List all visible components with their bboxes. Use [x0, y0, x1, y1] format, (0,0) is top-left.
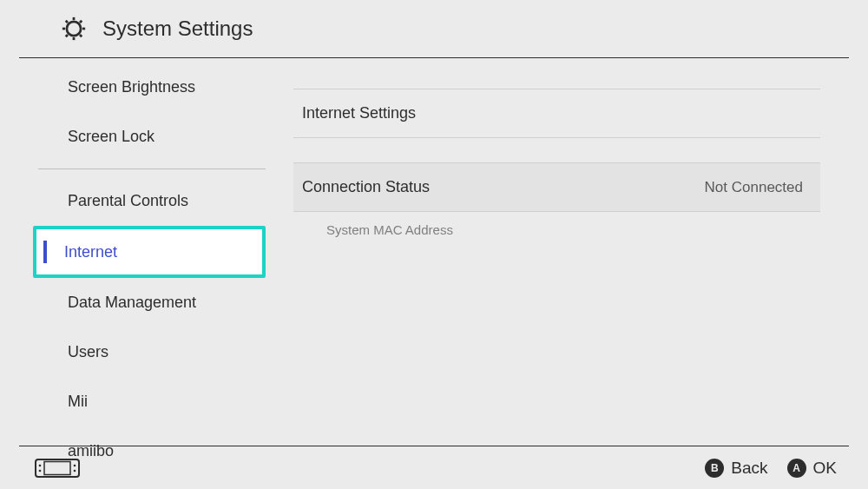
sidebar-item-screen-brightness[interactable]: Screen Brightness — [36, 63, 285, 112]
connection-status-value: Not Connected — [705, 179, 803, 196]
header: System Settings — [19, 0, 849, 58]
page-title: System Settings — [102, 17, 253, 41]
sidebar-item-parental-controls[interactable]: Parental Controls — [36, 176, 285, 226]
svg-point-14 — [74, 469, 76, 472]
sidebar-item-screen-lock[interactable]: Screen Lock — [36, 112, 285, 162]
a-button-icon: A — [787, 459, 806, 478]
sidebar-item-label: Users — [68, 343, 108, 361]
sidebar-divider — [38, 169, 266, 169]
ok-button[interactable]: A OK — [787, 459, 837, 478]
footer-right: B Back A OK — [705, 459, 849, 478]
svg-line-7 — [66, 35, 68, 36]
sidebar-item-label: Parental Controls — [68, 192, 188, 210]
connection-status-row[interactable]: Connection Status Not Connected — [293, 162, 820, 212]
svg-point-12 — [39, 469, 42, 472]
svg-rect-10 — [44, 461, 70, 474]
svg-line-6 — [80, 35, 82, 36]
sidebar-item-mii[interactable]: Mii — [36, 377, 285, 426]
ok-label: OK — [813, 459, 837, 478]
sidebar-item-label: Internet — [64, 243, 117, 261]
svg-line-8 — [80, 21, 82, 23]
footer: B Back A OK — [19, 446, 849, 489]
gear-icon — [61, 16, 87, 42]
content-area: Screen Brightness Screen Lock Parental C… — [0, 58, 868, 440]
internet-settings-row[interactable]: Internet Settings — [293, 89, 820, 138]
svg-line-5 — [66, 21, 68, 23]
footer-left — [19, 459, 80, 478]
console-icon — [35, 459, 80, 478]
sidebar-item-label: Mii — [68, 393, 88, 411]
back-label: Back — [731, 459, 767, 478]
sidebar-item-internet[interactable]: Internet — [33, 226, 266, 278]
svg-point-13 — [74, 464, 76, 466]
sidebar-item-label: Screen Brightness — [68, 78, 195, 96]
sidebar-item-data-management[interactable]: Data Management — [36, 278, 285, 327]
sidebar-item-users[interactable]: Users — [36, 327, 285, 377]
sidebar: Screen Brightness Screen Lock Parental C… — [0, 58, 285, 440]
main-panel: Internet Settings Connection Status Not … — [285, 58, 868, 440]
back-button[interactable]: B Back — [705, 459, 767, 478]
sidebar-item-label: Screen Lock — [68, 128, 155, 146]
mac-address-label: System MAC Address — [293, 212, 820, 237]
b-button-icon: B — [705, 459, 724, 478]
connection-status-label: Connection Status — [302, 178, 430, 196]
svg-point-11 — [39, 464, 42, 466]
internet-settings-label: Internet Settings — [302, 104, 416, 122]
sidebar-item-label: Data Management — [68, 294, 196, 312]
svg-point-0 — [67, 22, 81, 36]
